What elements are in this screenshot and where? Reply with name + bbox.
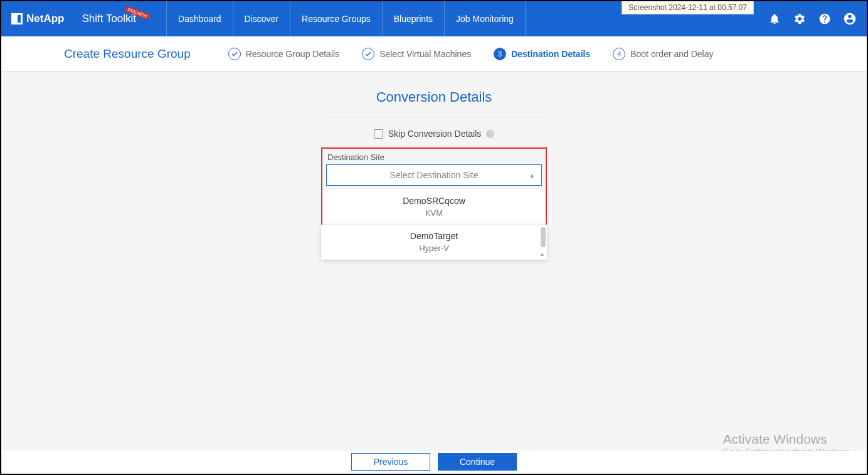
skip-conversion-label: Skip Conversion Details (388, 129, 482, 139)
stepper-bar: Create Resource Group Resource Group Det… (1, 36, 867, 72)
dropdown-option-demotarget[interactable]: DemoTarget Hyper-V (321, 225, 547, 260)
step-number-icon: 3 (494, 48, 506, 60)
divider (321, 117, 547, 117)
skip-conversion-row[interactable]: Skip Conversion Details i (374, 129, 495, 139)
nav-blueprints[interactable]: Blueprints (383, 1, 445, 36)
previous-button[interactable]: Previous (351, 453, 430, 471)
step-label: Select Virtual Machines (379, 49, 471, 59)
main-content: Conversion Details Skip Conversion Detai… (1, 72, 867, 260)
step-destination-details[interactable]: 3 Destination Details (494, 48, 590, 60)
page-title: Create Resource Group (64, 47, 191, 61)
brand-logo[interactable]: NetApp (11, 13, 64, 25)
option-name: DemoSRCqcow (330, 196, 538, 206)
option-type: Hyper-V (329, 243, 539, 253)
check-icon (362, 48, 374, 60)
settings-icon[interactable] (793, 12, 807, 26)
notifications-icon[interactable] (768, 12, 781, 26)
scrollbar[interactable] (541, 227, 546, 247)
brand-name: NetApp (26, 13, 64, 25)
destination-site-select[interactable]: Select Destination Site ▲ (326, 164, 542, 186)
dropdown-option-demosrcqcow[interactable]: DemoSRCqcow KVM (322, 189, 546, 225)
top-icon-group (768, 12, 857, 26)
check-icon (228, 48, 241, 60)
nav-resource-groups[interactable]: Resource Groups (290, 1, 383, 36)
step-label: Boot order and Delay (630, 49, 713, 59)
section-title: Conversion Details (376, 89, 492, 105)
step-boot-order[interactable]: 4 Boot order and Delay (613, 48, 713, 60)
nav-discover[interactable]: Discover (233, 1, 290, 36)
select-placeholder: Select Destination Site (390, 170, 479, 180)
nav-dashboard[interactable]: Dashboard (166, 1, 233, 36)
option-name: DemoTarget (329, 231, 539, 241)
user-account-icon[interactable] (843, 12, 857, 26)
steps-container: Resource Group Details Select Virtual Ma… (228, 48, 714, 60)
step-label: Destination Details (511, 49, 590, 59)
chevron-up-icon: ▲ (529, 172, 535, 179)
step-select-vms[interactable]: Select Virtual Machines (362, 48, 471, 60)
step-resource-group-details[interactable]: Resource Group Details (228, 48, 339, 60)
step-number-icon: 4 (613, 48, 625, 60)
step-label: Resource Group Details (246, 49, 339, 59)
watermark-title: Activate Windows (723, 432, 852, 447)
info-icon[interactable]: i (486, 130, 494, 138)
checkbox-icon[interactable] (374, 129, 383, 139)
netapp-logo-icon (11, 13, 23, 24)
destination-site-field-highlight: Destination Site Select Destination Site… (321, 147, 547, 226)
footer-actions: Previous Continue (3, 451, 865, 472)
nav-job-monitoring[interactable]: Job Monitoring (445, 1, 526, 36)
app-name: Shift Toolkit PREVIEW (82, 13, 136, 25)
screenshot-tooltip: Screenshot 2024-12-11 at 00.57.07 (622, 1, 754, 14)
help-icon[interactable] (818, 12, 832, 26)
destination-site-label: Destination Site (322, 149, 546, 164)
nav-links: Dashboard Discover Resource Groups Bluep… (166, 1, 526, 36)
chevron-up-icon: ▲ (539, 251, 545, 257)
destination-site-dropdown: DemoTarget Hyper-V ▲ (321, 225, 547, 260)
option-type: KVM (330, 208, 538, 218)
continue-button[interactable]: Continue (438, 453, 517, 471)
